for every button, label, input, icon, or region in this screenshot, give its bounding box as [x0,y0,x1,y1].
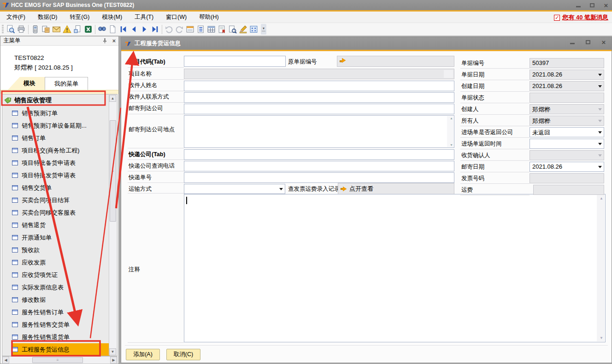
link-arrow-icon[interactable] [342,58,346,63]
previous-record-icon[interactable] [129,24,139,35]
sidebar-item-15[interactable]: 修改数据 [12,294,110,306]
textarea-scrollbar[interactable]: ▲ ▼ [447,116,453,147]
scroll-thumb[interactable]: ≡ [110,120,116,222]
find-icon[interactable] [97,24,107,35]
edit-mode-icon[interactable] [238,24,248,35]
scroll-up-icon[interactable]: ▲ [109,95,116,102]
sidebar-item-8[interactable]: 买卖合同移交客服表 [12,206,110,219]
module-header-sales-ar[interactable]: 销售应收管理 [4,96,52,105]
entry-returned-dropdown[interactable]: 未返回 [530,127,604,137]
table-view-icon[interactable] [206,24,217,35]
new-message-link[interactable]: 您有 40 笔新消息 [562,13,608,22]
courier-phone-input[interactable] [184,161,454,171]
new-message-notification[interactable]: ✓ 您有 40 笔新消息 [554,13,608,22]
sidebar-item-0[interactable]: 销售预测订单 [12,107,110,119]
menu-window[interactable]: 窗口(W) [166,13,187,21]
transport-mode-dropdown[interactable] [184,184,285,194]
sidebar-item-16[interactable]: 服务性销售订单 [12,306,110,318]
sidebar-item-1[interactable]: 销售预测订单设备延期... [12,119,110,132]
toolbar-overflow-icon[interactable]: ▾— [261,24,266,35]
sidebar-item-18[interactable]: 服务性销售退货单 [12,331,110,343]
sidebar-item-11[interactable]: 预收款 [12,244,110,256]
link-document-icon[interactable] [72,24,83,35]
print-icon[interactable] [16,24,27,35]
entry-return-time-dropdown[interactable] [530,139,604,149]
sidebar-item-12[interactable]: 应收发票 [12,256,110,269]
sidebar-item-5[interactable]: 项目特批发货申请表 [12,169,110,182]
query-generator-icon[interactable] [227,24,238,35]
remarks-textarea[interactable]: ▲ ▼ [184,194,606,342]
cancel-button[interactable]: 取消(C) [166,349,200,360]
link-arrow-icon [343,187,347,191]
sidebar-item-4[interactable]: 项目特批备货申请表 [12,157,110,169]
menu-goto[interactable]: 转至(G) [70,13,89,21]
sidebar-item-10[interactable]: 开票通知单 [12,231,110,244]
minimize-icon[interactable] [575,2,582,8]
undo-icon[interactable] [164,24,174,35]
scroll-left-icon[interactable]: ◀ [2,357,9,364]
add-button[interactable]: 添加(A) [126,349,160,360]
mail-icon[interactable] [51,24,62,35]
add-new-icon[interactable] [107,24,118,35]
sidebar-vertical-scrollbar[interactable]: ▲ ≡ ▼ [109,95,117,355]
first-record-icon[interactable] [118,24,129,35]
scroll-thumb[interactable]: ≡ [32,357,83,363]
menu-file[interactable]: 文件(F) [6,13,25,21]
pin-icon[interactable] [102,38,108,44]
tab-modules[interactable]: 模块 [8,77,45,90]
lock-screen-icon[interactable] [30,24,41,35]
textarea-scrollbar[interactable]: ▲ ▼ [597,195,605,341]
create-date-dropdown[interactable]: 2021.08.26 [530,81,604,91]
original-doc-no-field[interactable] [337,56,454,67]
next-record-icon[interactable] [139,24,150,35]
doc-date-dropdown[interactable]: 2021.08.26 [530,70,604,80]
scroll-right-icon[interactable]: ▶ [110,357,117,364]
menu-help[interactable]: 帮助(H) [199,13,218,21]
sidebar-item-9[interactable]: 销售退货 [12,219,110,231]
sidebar-item-17[interactable]: 服务性销售交货单 [12,318,110,331]
sidebar-item-6[interactable]: 销售交货单 [12,182,110,194]
sidebar-item-2[interactable]: 销售订单 [12,132,110,144]
scroll-down-icon[interactable]: ▼ [109,348,116,355]
sidebar-item-7[interactable]: 买卖合同项目结算 [12,194,110,206]
form-settings-icon[interactable] [185,24,195,35]
mail-company-input[interactable] [184,104,454,114]
mail-date-dropdown[interactable]: 2021.08.26 [530,162,604,172]
redo-icon[interactable] [174,24,185,35]
close-icon[interactable]: × [603,2,609,8]
grid-settings-icon[interactable] [248,24,259,35]
close-icon[interactable]: × [600,39,607,45]
print-preview-icon[interactable] [6,24,16,35]
scroll-down-icon[interactable]: ▼ [600,336,603,340]
recipient-contact-input[interactable] [184,92,454,103]
courier-company-input[interactable] [184,149,454,160]
maximize-icon[interactable] [589,2,595,8]
sidebar-item-13[interactable]: 应收贷项凭证 [12,269,110,281]
recipient-name-input[interactable] [184,81,454,91]
minimize-icon[interactable] [569,39,576,45]
sidebar-item-19-selected[interactable]: 工程服务货运信息 [12,343,110,356]
scroll-down-icon[interactable]: ▼ [450,143,453,147]
sidebar-item-3[interactable]: 项目移交(商务给工程) [12,144,110,157]
scroll-up-icon[interactable]: ▲ [450,117,453,120]
panel-close-icon[interactable]: × [112,38,116,44]
maximize-icon[interactable] [585,39,591,45]
sidebar-horizontal-scrollbar[interactable]: ◀ ≡ ▶ [2,356,118,364]
last-record-icon[interactable] [150,24,160,35]
layout-designer-icon[interactable] [41,24,51,35]
scroll-up-icon[interactable]: ▲ [600,196,603,200]
sidebar-item-14[interactable]: 实际发票信息表 [12,281,110,294]
open-view-button[interactable]: 点开查看 [338,183,454,194]
menu-module[interactable]: 模块(M) [102,13,122,21]
excel-export-icon[interactable] [83,24,94,35]
mail-company-location-textarea[interactable]: ▲ ▼ [184,115,454,148]
document-lines-icon[interactable] [195,24,206,35]
project-code-input[interactable] [184,56,286,67]
report-icon[interactable] [217,24,227,35]
menu-tools[interactable]: 工具(T) [135,13,153,21]
alerts-icon[interactable] [62,24,72,35]
tab-my-menu[interactable]: 我的菜单 [45,77,88,90]
divider [460,183,530,184]
courier-no-input[interactable] [184,172,454,183]
menu-data[interactable]: 数据(D) [38,13,57,21]
